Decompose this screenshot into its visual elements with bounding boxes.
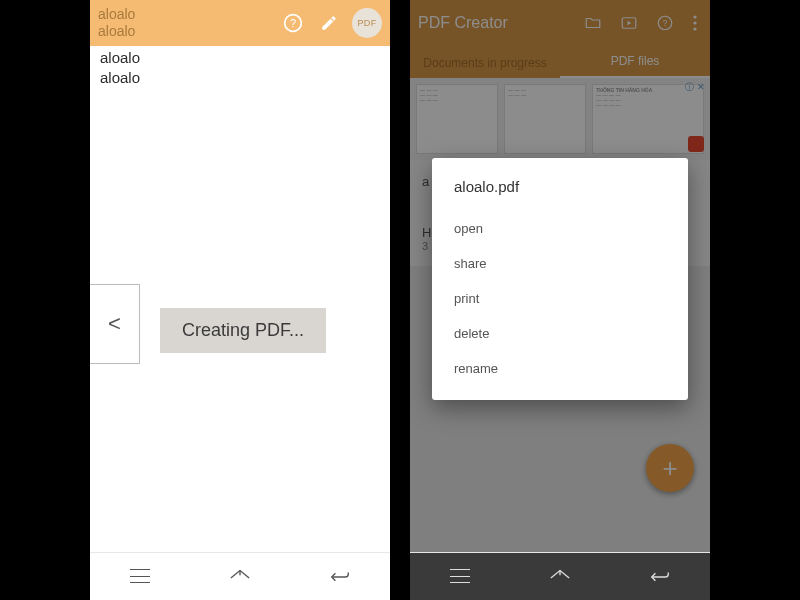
editor-lines[interactable]: aloalo aloalo [90, 46, 390, 89]
pdf-badge-label: PDF [358, 18, 377, 28]
back-button[interactable]: < [90, 284, 140, 364]
chevron-left-icon: < [108, 311, 121, 337]
export-pdf-icon[interactable]: PDF [352, 8, 382, 38]
editor-line: aloalo [100, 48, 380, 68]
system-navbar-right [410, 552, 710, 600]
popup-rename[interactable]: rename [454, 351, 666, 386]
system-navbar-left [90, 552, 390, 600]
home-icon[interactable] [546, 567, 574, 587]
phone-right: PDF Creator ? Documents in progress PDF … [410, 0, 710, 600]
doc-title-small: aloalo aloalo [98, 6, 135, 40]
back-icon[interactable] [326, 567, 354, 587]
topbar-left: aloalo aloalo ? PDF [90, 0, 390, 46]
recent-apps-icon[interactable] [126, 567, 154, 587]
popup-open[interactable]: open [454, 211, 666, 246]
phone-left: aloalo aloalo ? PDF aloalo aloalo < Crea… [90, 0, 390, 600]
editor-content: aloalo aloalo < Creating PDF... [90, 46, 390, 552]
creating-pdf-label: Creating PDF... [182, 320, 304, 340]
home-icon[interactable] [226, 567, 254, 587]
popup-filename: aloalo.pdf [454, 178, 666, 195]
recent-apps-icon[interactable] [446, 567, 474, 587]
back-icon[interactable] [646, 567, 674, 587]
file-actions-popup: aloalo.pdf open share print delete renam… [432, 158, 688, 400]
doc-title-line1: aloalo [98, 6, 135, 23]
help-icon[interactable]: ? [280, 10, 306, 36]
creating-pdf-toast: Creating PDF... [160, 308, 326, 353]
doc-title-line2: aloalo [98, 23, 135, 40]
edit-icon[interactable] [316, 10, 342, 36]
editor-line: aloalo [100, 68, 380, 88]
popup-delete[interactable]: delete [454, 316, 666, 351]
svg-text:?: ? [290, 17, 296, 29]
popup-share[interactable]: share [454, 246, 666, 281]
popup-print[interactable]: print [454, 281, 666, 316]
